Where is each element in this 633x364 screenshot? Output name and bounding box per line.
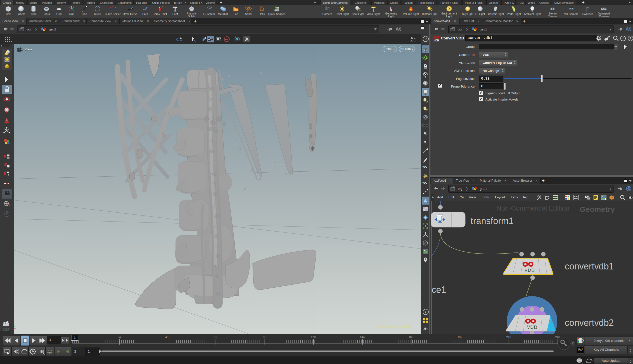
svg-text:VDB: VDB xyxy=(434,39,439,42)
svg-text:convertvdb1: convertvdb1 xyxy=(565,261,614,272)
svg-text:transform1: transform1 xyxy=(471,216,514,226)
svg-text:VDB: VDB xyxy=(527,324,537,330)
svg-text:ce1: ce1 xyxy=(432,285,446,295)
svg-text:VDB: VDB xyxy=(524,268,535,273)
svg-text:convertvdb2: convertvdb2 xyxy=(565,318,614,328)
